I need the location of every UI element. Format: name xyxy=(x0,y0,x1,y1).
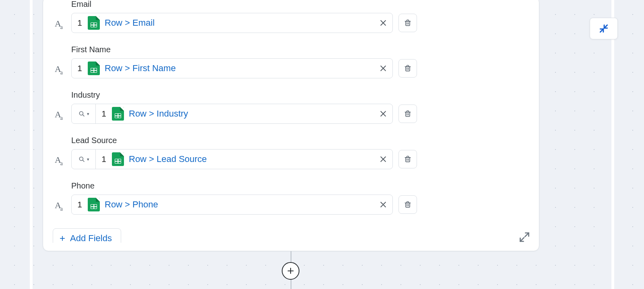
field-value-link[interactable]: Row > Email xyxy=(100,18,374,28)
svg-rect-0 xyxy=(406,21,410,26)
field-label: First Name xyxy=(71,45,417,54)
google-sheets-icon xyxy=(88,61,100,75)
field-row: First NameAa1Row > First Name xyxy=(53,45,417,78)
field-row: EmailAa1Row > Email xyxy=(53,0,417,33)
field-value-link[interactable]: Row > Lead Source xyxy=(124,154,374,164)
expand-card-button[interactable] xyxy=(519,232,530,243)
paper-edge-left xyxy=(30,0,33,289)
field-value-input[interactable]: 1Row > First Name xyxy=(71,58,393,78)
field-row: PhoneAa1Row > Phone xyxy=(53,181,417,215)
field-value-input[interactable]: 1Row > Email xyxy=(71,13,393,33)
delete-field-button[interactable] xyxy=(398,150,417,168)
add-fields-button[interactable]: + Add Fields xyxy=(53,228,121,243)
add-step-button[interactable]: + xyxy=(282,262,299,280)
text-type-icon: Aa xyxy=(53,65,66,74)
field-label: Lead Source xyxy=(71,136,417,145)
clear-value-button[interactable] xyxy=(374,150,392,169)
clear-value-button[interactable] xyxy=(374,59,392,78)
collapse-panel-button[interactable] xyxy=(590,18,618,39)
chevron-down-icon: ▾ xyxy=(87,157,89,162)
clear-value-button[interactable] xyxy=(374,195,392,214)
svg-rect-5 xyxy=(406,158,410,162)
google-sheets-icon xyxy=(112,107,124,121)
clear-value-button[interactable] xyxy=(374,13,392,33)
step-order-badge: 1 xyxy=(96,154,112,164)
text-type-icon: Aa xyxy=(53,110,66,119)
step-order-badge: 1 xyxy=(96,109,112,119)
field-row: IndustryAa▾1Row > Industry xyxy=(53,90,417,124)
delete-field-button[interactable] xyxy=(398,195,417,214)
paper-edge-right xyxy=(611,0,614,289)
field-label: Email xyxy=(71,0,417,9)
field-value-input[interactable]: ▾1Row > Lead Source xyxy=(71,149,393,169)
text-type-icon: Aa xyxy=(53,19,66,28)
text-type-icon: Aa xyxy=(53,201,66,210)
field-row: Lead SourceAa▾1Row > Lead Source xyxy=(53,136,417,169)
svg-rect-6 xyxy=(406,203,410,207)
step-order-badge: 1 xyxy=(72,200,88,209)
field-label: Phone xyxy=(71,181,417,191)
text-type-icon: Aa xyxy=(53,156,66,164)
google-sheets-icon xyxy=(112,152,124,166)
lookup-picker-button[interactable]: ▾ xyxy=(72,104,96,123)
google-sheets-icon xyxy=(88,16,100,30)
field-label: Industry xyxy=(71,90,417,100)
field-value-link[interactable]: Row > First Name xyxy=(100,63,374,74)
step-order-badge: 1 xyxy=(72,18,88,28)
svg-rect-3 xyxy=(406,112,410,117)
delete-field-button[interactable] xyxy=(398,59,417,78)
field-value-link[interactable]: Row > Phone xyxy=(100,199,374,210)
plus-icon: + xyxy=(60,234,65,243)
field-value-input[interactable]: ▾1Row > Industry xyxy=(71,104,393,124)
svg-rect-1 xyxy=(406,67,410,71)
step-card: EmailAa1Row > EmailFirst NameAa1Row > Fi… xyxy=(43,0,539,251)
delete-field-button[interactable] xyxy=(398,105,417,123)
field-value-link[interactable]: Row > Industry xyxy=(124,109,374,119)
lookup-picker-button[interactable]: ▾ xyxy=(72,150,96,169)
add-fields-label: Add Fields xyxy=(70,233,112,243)
chevron-down-icon: ▾ xyxy=(87,111,89,117)
field-value-input[interactable]: 1Row > Phone xyxy=(71,195,393,215)
step-order-badge: 1 xyxy=(72,64,88,73)
delete-field-button[interactable] xyxy=(398,14,417,32)
clear-value-button[interactable] xyxy=(374,104,392,123)
google-sheets-icon xyxy=(88,198,100,211)
